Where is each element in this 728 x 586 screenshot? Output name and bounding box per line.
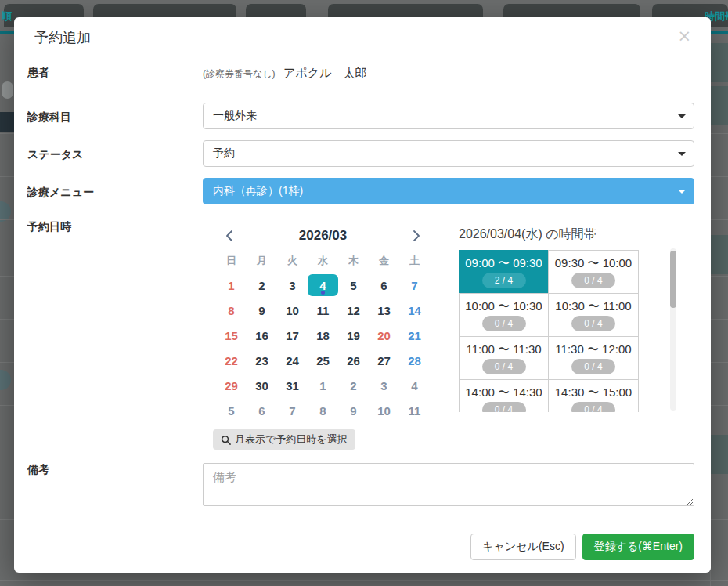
- calendar-day[interactable]: 30: [247, 374, 277, 396]
- calendar-day-number: 1: [228, 279, 234, 292]
- weekday-label: 水: [308, 255, 338, 267]
- status-select[interactable]: 予約: [203, 140, 694, 167]
- calendar-day[interactable]: 7: [399, 274, 430, 296]
- calendar-day-number: 5: [350, 279, 356, 292]
- calendar-day[interactable]: 2: [338, 374, 369, 396]
- calendar-day[interactable]: 8: [308, 400, 338, 421]
- calendar-day[interactable]: 20: [369, 324, 399, 346]
- calendar-day[interactable]: 11: [308, 299, 338, 321]
- timeslot-selected[interactable]: 09:00 〜 09:302 / 4: [459, 250, 549, 294]
- timeslot[interactable]: 14:30 〜 15:000 / 4: [548, 379, 639, 412]
- cancel-button[interactable]: キャンセル(Esc): [470, 534, 575, 560]
- note-textarea[interactable]: [203, 463, 694, 506]
- timeslot-count-badge: 0 / 4: [571, 316, 615, 331]
- calendar-day[interactable]: 6: [247, 400, 277, 421]
- calendar-day-number: 24: [286, 354, 299, 367]
- calendar-day[interactable]: 5: [216, 400, 247, 421]
- month-view-button[interactable]: 月表示で予約日時を選択: [213, 429, 355, 450]
- calendar-day-number: 8: [319, 404, 326, 418]
- calendar-day-number: 12: [347, 304, 360, 317]
- timeslot-scrollbar[interactable]: [670, 248, 676, 411]
- modal-header: 予約追加 ×: [27, 28, 694, 47]
- department-label: 診療科目: [27, 103, 203, 125]
- patient-row: 患者 (診察券番号なし) アポクル 太郎: [27, 66, 694, 81]
- datetime-label: 予約日時: [27, 220, 203, 234]
- calendar-day-number: 15: [225, 329, 238, 342]
- calendar-day[interactable]: 8: [216, 299, 247, 321]
- calendar-day[interactable]: 28: [399, 349, 430, 371]
- calendar-day-number: 9: [258, 304, 265, 317]
- calendar-prev-button[interactable]: [221, 227, 238, 244]
- calendar-day[interactable]: 29: [216, 374, 247, 396]
- calendar-day[interactable]: 15: [216, 324, 247, 346]
- caret-down-icon: [678, 114, 686, 118]
- timeslot-scrollbar-thumb[interactable]: [670, 251, 676, 308]
- calendar-day[interactable]: 12: [338, 299, 369, 321]
- timeslot-grid: 09:00 〜 09:302 / 409:30 〜 10:000 / 410:0…: [459, 250, 640, 412]
- calendar-day-number: 2: [350, 379, 356, 392]
- calendar-day[interactable]: 11: [399, 400, 430, 421]
- timeslot[interactable]: 10:30 〜 11:000 / 4: [548, 293, 639, 337]
- timeslot[interactable]: 09:30 〜 10:000 / 4: [548, 250, 639, 294]
- calendar-day-number: 6: [380, 279, 387, 292]
- timeslot-count-badge: 2 / 4: [482, 273, 526, 288]
- calendar-day-number: 31: [286, 379, 299, 392]
- calendar-day[interactable]: 2: [247, 274, 277, 296]
- calendar-day[interactable]: 3: [369, 374, 399, 396]
- calendar-day-selected[interactable]: 4: [308, 274, 338, 296]
- timeslot[interactable]: 14:00 〜 14:300 / 4: [459, 379, 549, 412]
- month-view-button-label: 月表示で予約日時を選択: [235, 432, 348, 447]
- calendar-day[interactable]: 31: [277, 374, 308, 396]
- calendar-day[interactable]: 1: [216, 274, 247, 296]
- menu-row: 診療メニュー 内科（再診）(1枠): [27, 178, 694, 204]
- calendar-day-number: 11: [317, 304, 330, 317]
- calendar-day[interactable]: 5: [338, 274, 369, 296]
- calendar-day[interactable]: 10: [369, 400, 399, 421]
- calendar-day-number: 10: [286, 304, 299, 317]
- menu-select[interactable]: 内科（再診）(1枠): [203, 178, 694, 204]
- timeslot[interactable]: 10:00 〜 10:300 / 4: [459, 293, 549, 337]
- calendar-day[interactable]: 26: [338, 349, 369, 371]
- calendar-day[interactable]: 16: [247, 324, 277, 346]
- calendar-day-number: 7: [411, 279, 417, 292]
- calendar-day[interactable]: 7: [277, 400, 308, 421]
- calendar-day[interactable]: 4: [399, 374, 430, 396]
- calendar-day-number: 29: [225, 379, 238, 392]
- patient-name: アポクル 太郎: [283, 66, 366, 79]
- calendar-day[interactable]: 9: [247, 299, 277, 321]
- timeslot-time: 09:00 〜 09:30: [465, 256, 542, 270]
- timeslot-time: 11:00 〜 11:30: [466, 342, 541, 356]
- submit-button[interactable]: 登録する(⌘Enter): [582, 534, 694, 560]
- calendar-day[interactable]: 19: [338, 324, 369, 346]
- calendar-day[interactable]: 13: [369, 299, 399, 321]
- calendar-day-number: 10: [377, 404, 391, 418]
- department-select-value: 一般外来: [213, 109, 257, 123]
- status-select-value: 予約: [213, 146, 235, 161]
- timeslot-time: 11:30 〜 12:00: [555, 342, 631, 356]
- timeslot-count-badge: 0 / 4: [482, 316, 526, 331]
- calendar-day[interactable]: 22: [216, 349, 247, 371]
- calendar-day[interactable]: 24: [277, 349, 308, 371]
- calendar-day[interactable]: 27: [369, 349, 399, 371]
- calendar-day-number: 6: [258, 404, 265, 418]
- timeslot[interactable]: 11:30 〜 12:000 / 4: [548, 336, 639, 380]
- calendar-day-number: 23: [255, 354, 268, 367]
- department-select[interactable]: 一般外来: [203, 103, 694, 129]
- calendar-day[interactable]: 3: [277, 274, 308, 296]
- close-icon[interactable]: ×: [677, 28, 691, 44]
- calendar-day[interactable]: 1: [308, 374, 338, 396]
- timeslot-count-badge: 0 / 4: [571, 359, 615, 374]
- calendar-day[interactable]: 23: [247, 349, 277, 371]
- datetime-row: 予約日時 2026/03 日月火水木金土: [27, 220, 694, 450]
- calendar-next-button[interactable]: [408, 227, 425, 244]
- calendar-day[interactable]: 14: [399, 299, 430, 321]
- calendar-day[interactable]: 6: [369, 274, 399, 296]
- calendar-day[interactable]: 9: [338, 400, 369, 421]
- calendar-day[interactable]: 17: [277, 324, 308, 346]
- calendar-day[interactable]: 21: [399, 324, 430, 346]
- timeslot[interactable]: 11:00 〜 11:300 / 4: [459, 336, 549, 380]
- timeslot-time: 14:30 〜 15:00: [555, 385, 632, 400]
- calendar-day[interactable]: 10: [277, 299, 308, 321]
- calendar-day[interactable]: 25: [308, 349, 338, 371]
- calendar-day[interactable]: 18: [308, 324, 338, 346]
